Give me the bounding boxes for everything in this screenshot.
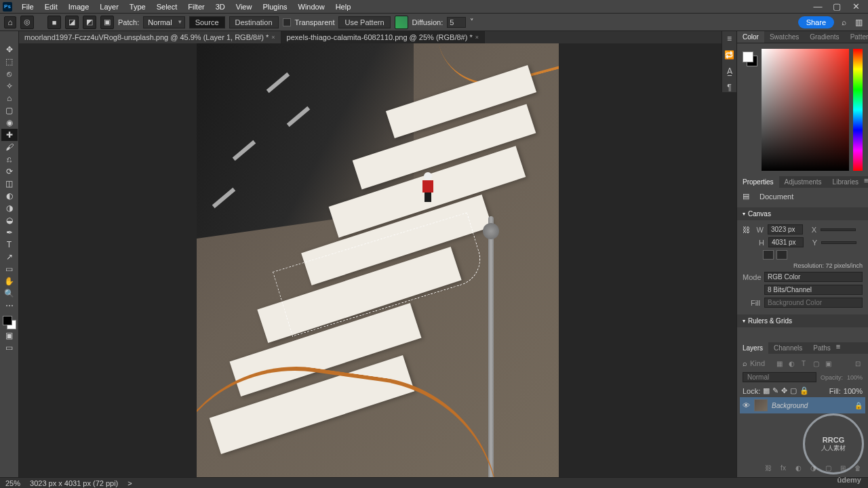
menu-edit[interactable]: Edit xyxy=(39,1,63,12)
hue-slider[interactable] xyxy=(853,49,863,171)
panel-icon[interactable]: 🔁 xyxy=(724,50,734,60)
panel-menu-icon[interactable]: ≡ xyxy=(864,176,868,188)
menu-help[interactable]: Help xyxy=(330,1,357,12)
dodge-tool[interactable]: ◒ xyxy=(1,214,18,226)
zoom-level[interactable]: 25% xyxy=(5,479,20,487)
lock-trans-icon[interactable]: ▩ xyxy=(763,386,770,395)
menu-3d[interactable]: 3D xyxy=(210,1,231,12)
tab-gradients[interactable]: Gradients xyxy=(804,31,844,43)
eyedropper-tool[interactable]: ◉ xyxy=(1,117,18,129)
y-field[interactable] xyxy=(821,241,856,244)
share-button[interactable]: Share xyxy=(798,16,834,28)
lock-artboard-icon[interactable]: ▢ xyxy=(790,386,797,395)
tool-preset-icon[interactable]: ◎ xyxy=(20,16,34,29)
link-layers-icon[interactable]: ⛓ xyxy=(764,463,773,472)
rulers-section-header[interactable]: Rulers & Grids xyxy=(737,314,868,327)
fx-icon[interactable]: fx xyxy=(778,463,788,472)
stamp-tool[interactable]: ⎌ xyxy=(1,153,18,165)
width-field[interactable]: 3023 px xyxy=(768,224,803,235)
source-button[interactable]: Source xyxy=(189,16,225,28)
tab-color[interactable]: Color xyxy=(737,31,764,43)
kind-dropdown[interactable]: Kind xyxy=(750,359,772,367)
menu-window[interactable]: Window xyxy=(293,1,330,12)
zoom-tool[interactable]: 🔍 xyxy=(1,287,18,300)
layer-row-background[interactable]: 👁 Background 🔒 xyxy=(740,397,865,413)
height-field[interactable]: 4031 px xyxy=(768,237,804,247)
crop-tool[interactable]: ⌂ xyxy=(1,92,18,104)
type-tool[interactable]: T xyxy=(1,239,18,251)
document-tab[interactable]: pexels-thiago-calamita-6082110.png @ 25%… xyxy=(281,31,485,43)
more-tools-icon[interactable]: ⋯ xyxy=(1,300,18,312)
mask-icon[interactable]: ◐ xyxy=(793,463,803,472)
landscape-icon[interactable] xyxy=(776,250,787,260)
filter-pixel-icon[interactable]: ▦ xyxy=(774,359,784,368)
x-field[interactable] xyxy=(821,228,856,231)
marquee-tool[interactable]: ⬚ xyxy=(1,56,18,68)
menu-type[interactable]: Type xyxy=(124,1,151,12)
doc-dimensions[interactable]: 3023 px x 4031 px (72 ppi) xyxy=(30,479,118,487)
close-button[interactable]: ✕ xyxy=(846,0,865,14)
panel-icon[interactable]: ≡ xyxy=(727,34,732,43)
canvas-area[interactable] xyxy=(19,43,736,477)
tab-properties[interactable]: Properties xyxy=(737,176,779,188)
document-canvas[interactable] xyxy=(197,43,559,477)
portrait-icon[interactable] xyxy=(763,250,774,260)
diffusion-field[interactable]: 5 xyxy=(447,17,466,28)
transparent-checkbox[interactable] xyxy=(283,18,291,26)
canvas-section-header[interactable]: Canvas xyxy=(737,207,868,220)
paragraph-panel-icon[interactable]: ¶ xyxy=(727,83,731,92)
mode-dropdown[interactable]: RGB Color xyxy=(764,272,863,282)
blend-mode-dropdown[interactable]: Normal xyxy=(743,372,816,382)
filter-type-icon[interactable]: T xyxy=(799,359,808,368)
new-layer-icon[interactable]: ⊞ xyxy=(838,463,848,472)
menu-view[interactable]: View xyxy=(231,1,258,12)
lock-brush-icon[interactable]: ✎ xyxy=(772,386,778,395)
diffusion-stepper-icon[interactable]: ˅ xyxy=(470,18,474,26)
menu-layer[interactable]: Layer xyxy=(94,1,124,12)
patch-mode-dropdown[interactable]: Normal xyxy=(143,16,184,28)
character-panel-icon[interactable]: A̲ xyxy=(727,66,732,76)
eraser-tool[interactable]: ◫ xyxy=(1,178,18,190)
history-brush-tool[interactable]: ⟳ xyxy=(1,165,18,178)
fg-bg-swatch[interactable] xyxy=(743,52,757,66)
selection-intersect-icon[interactable]: ▣ xyxy=(100,16,114,29)
search-icon[interactable]: ⌕ xyxy=(838,17,849,28)
lock-all-icon[interactable]: 🔒 xyxy=(800,386,809,395)
maximize-button[interactable]: ▢ xyxy=(827,0,846,14)
visibility-icon[interactable]: 👁 xyxy=(743,401,750,409)
hand-tool[interactable]: ✋ xyxy=(1,275,18,287)
document-tab[interactable]: moorland1997-Fczz4uVRog8-unsplash.png @ … xyxy=(19,31,281,43)
bits-dropdown[interactable]: 8 Bits/Channel xyxy=(764,285,863,295)
minimize-button[interactable]: — xyxy=(808,0,827,14)
move-tool[interactable]: ✥ xyxy=(1,43,18,56)
tab-paths[interactable]: Paths xyxy=(808,342,836,354)
tab-channels[interactable]: Channels xyxy=(768,342,808,354)
tab-adjustments[interactable]: Adjustments xyxy=(779,176,827,188)
shape-tool[interactable]: ▭ xyxy=(1,263,18,275)
fill-field[interactable]: 100% xyxy=(844,387,863,395)
lasso-tool[interactable]: ⎋ xyxy=(1,68,18,80)
brush-tool[interactable]: 🖌 xyxy=(1,141,18,153)
quickmask-icon[interactable]: ▣ xyxy=(1,329,18,342)
menu-filter[interactable]: Filter xyxy=(182,1,210,12)
lock-pos-icon[interactable]: ✥ xyxy=(781,386,787,395)
filter-smart-icon[interactable]: ▣ xyxy=(823,359,833,368)
pen-tool[interactable]: ✒ xyxy=(1,226,18,239)
gradient-tool[interactable]: ◐ xyxy=(1,190,18,202)
menu-file[interactable]: File xyxy=(16,1,39,12)
filter-shape-icon[interactable]: ▢ xyxy=(811,359,821,368)
filter-toggle-icon[interactable]: ⊡ xyxy=(853,359,863,368)
wand-tool[interactable]: ✧ xyxy=(1,80,18,92)
selection-add-icon[interactable]: ◪ xyxy=(65,16,79,29)
fill-dropdown[interactable]: Background Color xyxy=(764,298,863,308)
lock-icon[interactable]: 🔒 xyxy=(854,402,863,409)
opacity-field[interactable]: 100% xyxy=(847,374,863,381)
path-tool[interactable]: ↗ xyxy=(1,251,18,263)
panel-menu-icon[interactable]: ≡ xyxy=(836,342,840,354)
blur-tool[interactable]: ◑ xyxy=(1,202,18,214)
status-arrow-icon[interactable]: > xyxy=(127,479,132,487)
layer-name[interactable]: Background xyxy=(772,402,808,409)
tab-patterns[interactable]: Patterns xyxy=(845,31,868,43)
menu-image[interactable]: Image xyxy=(63,1,95,12)
tab-libraries[interactable]: Libraries xyxy=(827,176,864,188)
